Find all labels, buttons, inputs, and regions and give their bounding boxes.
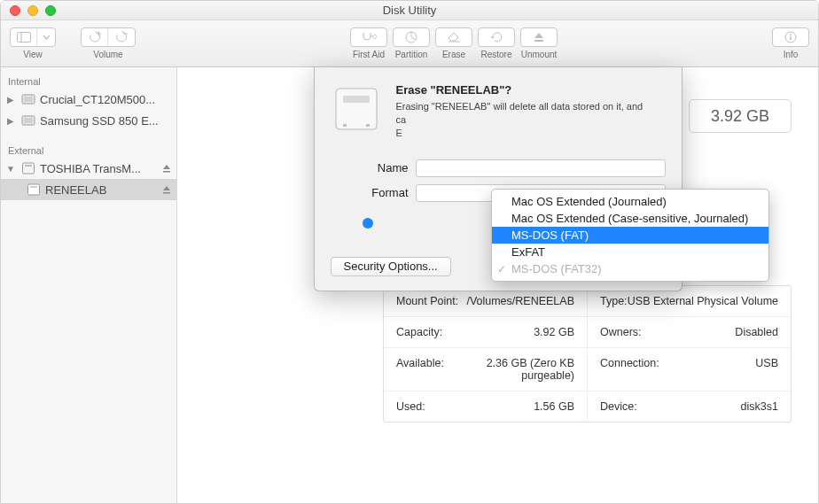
usage-legend-dot	[363, 218, 373, 229]
detail-value: Disabled	[735, 326, 778, 338]
internal-disk-icon	[20, 91, 36, 107]
sidebar-item-internal-1[interactable]: ▶ Samsung SSD 850 E...	[1, 110, 176, 131]
details-row: Used:1.56 GB Device:disk3s1	[384, 391, 791, 422]
window-title: Disk Utility	[1, 4, 818, 17]
erase-button[interactable]	[436, 28, 472, 46]
detail-value: USB External Physical Volume	[628, 295, 778, 307]
sheet-desc-line1: Erasing "RENEELAB" will delete all data …	[396, 101, 644, 112]
security-options-button[interactable]: Security Options...	[331, 257, 451, 276]
eject-icon[interactable]	[162, 183, 171, 197]
erase-icon	[447, 32, 461, 43]
svg-rect-10	[25, 165, 32, 167]
volume-details-table: Mount Point:/Volumes/RENEELAB Type:USB E…	[383, 285, 792, 423]
sidebar-item-internal-0[interactable]: ▶ Crucial_CT120M500...	[1, 89, 176, 110]
disk-utility-window: Disk Utility View	[0, 0, 819, 504]
sidebar-item-label: RENEELAB	[45, 183, 159, 197]
toolbar-view-group: View	[10, 27, 56, 59]
format-option-label: MS-DOS (FAT)	[511, 229, 589, 242]
format-option-4: ✓MS-DOS (FAT32)	[492, 260, 768, 277]
svg-rect-8	[24, 118, 33, 123]
sidebar-item-label: Samsung SSD 850 E...	[40, 114, 171, 128]
detail-value: /Volumes/RENEELAB	[466, 295, 574, 307]
volume-remove-button[interactable]	[108, 28, 135, 46]
body: Internal ▶ Crucial_CT120M500... ▶ Samsun…	[1, 67, 818, 503]
toolbar: View Volume First Aid	[1, 20, 818, 67]
check-icon: ✓	[497, 263, 506, 275]
internal-disk-icon	[20, 112, 36, 128]
unmount-button[interactable]	[521, 28, 557, 46]
sheet-title: Erase "RENEELAB"?	[396, 83, 666, 97]
toolbar-firstaid-group: First Aid	[350, 27, 387, 59]
disclosure-triangle-icon[interactable]: ▼	[4, 164, 17, 174]
format-option-label: MS-DOS (FAT32)	[511, 262, 602, 275]
volume-icon	[26, 182, 42, 198]
format-option-label: Mac OS Extended (Journaled)	[511, 195, 667, 208]
external-disk-icon	[20, 160, 36, 176]
format-option-2[interactable]: MS-DOS (FAT)	[492, 227, 768, 244]
traffic-lights	[1, 5, 56, 16]
details-row: Capacity:3.92 GB Owners:Disabled	[384, 316, 791, 347]
format-option-0[interactable]: Mac OS Extended (Journaled)	[492, 193, 768, 210]
toolbar-partition-group: Partition	[393, 27, 430, 59]
format-menu: Mac OS Extended (Journaled) Mac OS Exten…	[491, 189, 769, 282]
toolbar-unmount-group: Unmount	[520, 27, 558, 59]
volume-add-icon	[88, 31, 102, 43]
view-sidebar-button[interactable]	[11, 28, 37, 46]
sheet-desc-line2: ca	[396, 114, 407, 125]
info-label: Info	[784, 50, 799, 59]
sidebar-item-external-0[interactable]: ▼ TOSHIBA TransM...	[1, 158, 176, 179]
first-aid-button[interactable]	[351, 28, 386, 46]
sidebar-item-label: TOSHIBA TransM...	[40, 162, 159, 175]
sidebar: Internal ▶ Crucial_CT120M500... ▶ Samsun…	[1, 67, 177, 503]
svg-rect-15	[343, 124, 347, 127]
window-close-button[interactable]	[10, 5, 20, 16]
eject-icon	[534, 32, 544, 43]
volume-remove-icon	[114, 31, 129, 43]
toolbar-info-group: Info	[772, 27, 809, 59]
volume-add-button[interactable]	[82, 28, 108, 46]
eject-icon[interactable]	[162, 162, 171, 175]
name-input[interactable]	[416, 159, 666, 177]
partition-button[interactable]	[394, 28, 429, 46]
svg-point-4	[790, 34, 792, 35]
sidebar-heading-external: External	[1, 142, 176, 158]
detail-value: 1.56 GB	[534, 400, 574, 413]
format-field-label: Format	[363, 186, 409, 199]
info-button[interactable]	[773, 28, 808, 46]
format-option-label: Mac OS Extended (Case-sensitive, Journal…	[511, 212, 748, 225]
format-option-3[interactable]: ExFAT	[492, 244, 768, 260]
sidebar-heading-internal: Internal	[1, 73, 176, 89]
restore-label: Restore	[480, 50, 511, 59]
content-pane: 3.92 GB Erase "RENEELAB"? Erasing "RENEE…	[177, 67, 818, 503]
drive-large-icon	[331, 83, 382, 135]
detail-key: Device:	[600, 400, 637, 413]
format-option-1[interactable]: Mac OS Extended (Case-sensitive, Journal…	[492, 210, 768, 227]
view-menu-button[interactable]	[37, 28, 55, 46]
sheet-desc-line3: E	[396, 128, 402, 138]
disclosure-triangle-icon[interactable]: ▶	[4, 95, 17, 105]
sidebar-icon	[17, 32, 31, 43]
sheet-description: Erasing "RENEELAB" will delete all data …	[396, 100, 666, 140]
chevron-down-icon	[43, 35, 51, 40]
window-minimize-button[interactable]	[27, 5, 38, 16]
sidebar-item-volume-reneelab[interactable]: RENEELAB	[1, 179, 176, 200]
detail-key: Capacity:	[396, 326, 442, 338]
restore-button[interactable]	[479, 28, 514, 46]
detail-key: Owners:	[600, 326, 642, 338]
svg-rect-13	[336, 89, 377, 129]
disclosure-triangle-icon[interactable]: ▶	[4, 116, 17, 126]
svg-rect-11	[28, 184, 40, 195]
name-field-label: Name	[363, 161, 409, 174]
security-options-label: Security Options...	[344, 260, 438, 273]
detail-key: Used:	[396, 400, 425, 413]
detail-key: Connection:	[600, 357, 659, 382]
detail-key: Type:	[600, 295, 628, 307]
svg-rect-9	[23, 163, 35, 174]
detail-value: disk3s1	[741, 400, 778, 413]
format-option-label: ExFAT	[511, 245, 545, 259]
window-zoom-button[interactable]	[45, 5, 56, 16]
detail-value: 2.36 GB (Zero KB purgeable)	[444, 357, 574, 382]
info-icon	[784, 31, 797, 43]
capacity-badge: 3.92 GB	[689, 99, 792, 133]
svg-rect-0	[17, 33, 30, 43]
